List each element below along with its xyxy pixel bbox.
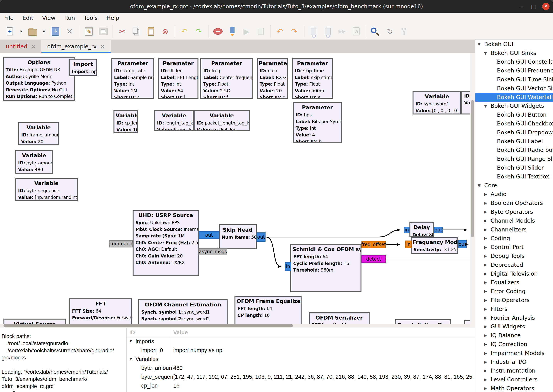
delete-icon[interactable]: ⊗ [158,24,172,39]
expander-right-icon[interactable]: ▶ [484,360,491,364]
table-group-variables[interactable]: ▼Variables [127,355,475,364]
screen-capture-icon[interactable] [96,24,110,39]
menu-tools[interactable]: Tools [84,15,97,21]
delay-out-port[interactable]: out [434,227,443,233]
block-options[interactable]: OptionsTitle: Example OFDM RXAuthor: Cyr… [3,57,75,101]
stop-flowgraph-icon[interactable] [254,24,268,39]
close-file-icon[interactable]: ✕ [62,24,77,39]
block-variable-frame_amount[interactable]: VariableID: frame_amountValue: 20 [18,122,59,145]
menu-view[interactable]: View [42,15,55,21]
freq-offset-port[interactable]: freq_offset [361,241,386,248]
tree-item-bokeh-gui-time-sink[interactable]: Bokeh GUI Time Sink [475,75,553,84]
expander-right-icon[interactable]: ▶ [484,218,491,223]
new-file-dropdown-icon[interactable]: ▾ [17,24,25,39]
expander-right-icon[interactable]: ▶ [484,210,491,214]
block-variable-cp_len[interactable]: VariableID: cp_lenValue: 16 [113,110,138,133]
menu-help[interactable]: Help [107,15,119,21]
expander-down-icon[interactable]: ▼ [484,51,491,55]
generate-flowgraph-icon[interactable] [225,24,239,39]
tree-item-core[interactable]: ▼Core [475,181,553,190]
block-variable-length_tag_key[interactable]: VariableID: length_tag_keyValue: frame_l… [154,110,194,131]
tree-item-filters[interactable]: ▶Filters [475,305,553,313]
copy-icon[interactable] [130,24,144,39]
expander-right-icon[interactable]: ▶ [484,280,491,285]
tree-item-gui-widgets[interactable]: ▶GUI Widgets [475,322,553,331]
usrp-async-msgs-port[interactable]: async_msgs [199,248,227,255]
reload-back-icon[interactable]: ↶ [273,24,287,39]
expander-right-icon[interactable]: ▶ [484,324,491,329]
tree-item-deprecated[interactable]: ▶Deprecated [475,260,553,269]
block-ofdm-frame-equalizer[interactable]: OFDM Frame EqualizerFFT length: 64CP len… [235,296,302,328]
expander-right-icon[interactable]: ▶ [484,351,491,355]
block-variable-byte_amount[interactable]: VariableID: byte_amountValue: 480 [15,150,53,174]
tree-item-bokeh-gui-waterfall-si[interactable]: Bokeh GUI Waterfall Si [475,93,553,102]
tree-item-boolean-operators[interactable]: ▶Boolean Operators [475,198,553,207]
tree-item-byte-operators[interactable]: ▶Byte Operators [475,207,553,216]
usrp-command-port[interactable]: command [109,240,132,247]
tree-item-fourier-analysis[interactable]: ▶Fourier Analysis [475,313,553,322]
block-parameter-samp_rate[interactable]: ParameterID: samp_rateLabel: Sample rate… [111,58,154,99]
tree-item-bokeh-gui-button[interactable]: Bokeh GUI Button [475,110,553,119]
menu-edit[interactable]: Edit [22,15,33,21]
disconnect-blocks-icon[interactable] [306,24,321,39]
tree-item-bokeh-gui[interactable]: ▼Bokeh GUI [475,40,553,49]
expander-right-icon[interactable]: ▶ [484,236,491,240]
reload-forward-icon[interactable]: ↷ [287,24,301,39]
tab-untitled[interactable]: untitled✕ [0,40,41,53]
minimize-icon[interactable]: – [518,3,525,10]
open-file-icon[interactable] [25,24,40,39]
tree-item-industrial-i-o[interactable]: ▶Industrial I/O [475,357,553,366]
expander-right-icon[interactable]: ▶ [484,201,491,205]
tree-item-coding[interactable]: ▶Coding [475,234,553,243]
flowgraph-canvas[interactable]: OptionsTitle: Example OFDM RXAuthor: Cyr… [0,53,475,328]
tree-item-control-port[interactable]: ▶Control Port [475,243,553,252]
view-errors-icon[interactable] [211,24,225,39]
tree-item-bokeh-gui-widgets[interactable]: ▼Bokeh GUI Widgets [475,102,553,110]
vertical-scrollbar-thumb[interactable] [471,100,474,237]
block-properties-icon[interactable] [82,24,96,39]
expander-down-icon[interactable]: ▼ [129,357,133,361]
tree-item-bokeh-gui-sinks[interactable]: ▼Bokeh GUI Sinks [475,49,553,57]
tree-item-impairment-models[interactable]: ▶Impairment Models [475,349,553,357]
horizontal-scrollbar-thumb[interactable] [3,324,293,327]
connect-blocks-icon[interactable] [321,24,335,39]
table-row[interactable]: frame_amou20 [127,391,475,392]
expander-right-icon[interactable]: ▶ [484,377,491,382]
block-parameter-bps[interactable]: ParameterID: bpsLabel: Bits per SymbolTy… [293,102,342,143]
tree-item-instrumentation[interactable]: ▶Instrumentation [475,366,553,375]
tree-item-bokeh-gui-range-slide[interactable]: Bokeh GUI Range Slide [475,154,553,163]
tree-item-bokeh-gui-label[interactable]: Bokeh GUI Label [475,137,553,146]
tab-close-icon[interactable]: ✕ [100,43,105,50]
reload-blocks-icon[interactable]: ↻ [383,24,397,39]
delay-in-port[interactable]: in [404,227,410,233]
tree-item-channelizers[interactable]: ▶Channelizers [475,225,553,234]
tree-item-digital-television[interactable]: ▶Digital Television [475,269,553,278]
tree-item-error-coding[interactable]: ▶Error Coding [475,287,553,296]
tab-close-icon[interactable]: ✕ [31,43,36,50]
block-parameter-gain[interactable]: ParameterID: gainLabel: RX GainType: Flo… [257,58,288,99]
new-file-icon[interactable] [3,24,17,39]
expander-right-icon[interactable]: ▶ [484,298,491,302]
expander-right-icon[interactable]: ▶ [484,386,491,391]
detect-port[interactable]: detect [361,255,386,263]
table-row[interactable]: import_0import numpy as np [127,346,475,355]
block-parameter-fft_len[interactable]: ParameterID: fft_lenLabel: FFT LengthTyp… [158,58,199,99]
expander-right-icon[interactable]: ▶ [484,192,491,196]
expander-right-icon[interactable]: ▶ [484,368,491,373]
expander-right-icon[interactable]: ▶ [484,245,491,249]
block-schmidl-cox-ofdm-synch[interactable]: Schmidl & Cox OFDM synch.FFT length: 64C… [290,244,361,292]
tab-ofdm_example_rx[interactable]: ofdm_example_rx✕ [41,40,111,53]
usrp-out-port[interactable]: out [199,231,219,239]
keyboard-shortcuts-icon[interactable] [397,24,411,39]
undo-icon[interactable]: ↶ [177,24,192,39]
frequency-mod-out-port[interactable]: out [458,240,467,248]
table-row[interactable]: cp_len16 [127,382,475,391]
tree-item-file-operators[interactable]: ▶File Operators [475,296,553,305]
skip-head-out-port[interactable]: out [257,232,265,242]
open-file-dropdown-icon[interactable]: ▾ [40,24,48,39]
block-variable-packet_length_tag_key[interactable]: VariableID: packet_length_tag_keyValue: … [194,110,250,131]
schmidl-cox-in-port[interactable]: in [285,262,291,271]
tree-item-bokeh-gui-checkbox[interactable]: Bokeh GUI Checkbox [475,119,553,128]
tree-item-iq-correction[interactable]: ▶IQ Correction [475,340,553,349]
flowgraph-report-icon[interactable] [349,24,363,39]
